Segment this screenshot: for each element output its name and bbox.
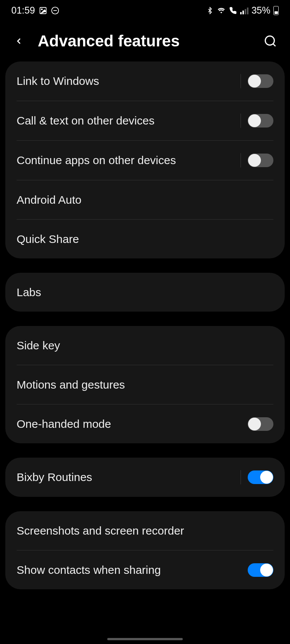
- svg-point-1: [41, 9, 42, 10]
- setting-label: Call & text on other devices: [17, 114, 154, 127]
- settings-section: Side key Motions and gestures One-handed…: [5, 326, 285, 443]
- volte-icon: [229, 7, 237, 14]
- setting-label: Screenshots and screen recorder: [17, 524, 184, 537]
- home-indicator[interactable]: [107, 638, 183, 640]
- picture-icon: [39, 6, 47, 15]
- dnd-icon: [51, 6, 59, 15]
- status-bar: 01:59 35%: [0, 0, 290, 21]
- setting-labs[interactable]: Labs: [5, 273, 285, 312]
- toggle-wrapper: [248, 563, 273, 577]
- setting-side-key[interactable]: Side key: [5, 326, 285, 365]
- toggle-divider: [241, 74, 241, 88]
- setting-label: Motions and gestures: [17, 378, 125, 391]
- setting-label: One-handed mode: [17, 418, 111, 430]
- setting-show-contacts-sharing[interactable]: Show contacts when sharing: [5, 550, 285, 589]
- status-time: 01:59: [11, 5, 35, 16]
- status-left: 01:59: [11, 5, 59, 16]
- battery-icon: [273, 6, 279, 15]
- toggle-call-text-other-devices[interactable]: [248, 114, 273, 128]
- svg-point-4: [265, 36, 274, 45]
- settings-section: Screenshots and screen recorder Show con…: [5, 511, 285, 589]
- setting-android-auto[interactable]: Android Auto: [5, 180, 285, 219]
- settings-section: Link to Windows Call & text on other dev…: [5, 61, 285, 258]
- setting-label: Android Auto: [17, 194, 82, 206]
- search-button[interactable]: [262, 33, 279, 50]
- signal-icon: [240, 7, 248, 14]
- toggle-wrapper: [241, 153, 273, 168]
- toggle-divider: [241, 114, 241, 128]
- search-icon: [264, 34, 277, 48]
- setting-label: Link to Windows: [17, 75, 99, 88]
- setting-continue-apps-other-devices[interactable]: Continue apps on other devices: [5, 141, 285, 180]
- setting-quick-share[interactable]: Quick Share: [5, 220, 285, 258]
- setting-label: Quick Share: [17, 233, 79, 246]
- toggle-link-to-windows[interactable]: [248, 74, 273, 88]
- setting-motions-gestures[interactable]: Motions and gestures: [5, 365, 285, 404]
- back-button[interactable]: [11, 34, 26, 49]
- setting-link-to-windows[interactable]: Link to Windows: [5, 61, 285, 101]
- setting-call-text-other-devices[interactable]: Call & text on other devices: [5, 101, 285, 140]
- battery-percent: 35%: [251, 5, 270, 16]
- chevron-left-icon: [14, 34, 24, 48]
- toggle-show-contacts-sharing[interactable]: [248, 563, 273, 577]
- setting-label: Show contacts when sharing: [17, 564, 161, 576]
- setting-label: Bixby Routines: [17, 471, 92, 484]
- toggle-bixby-routines[interactable]: [248, 470, 273, 484]
- setting-bixby-routines[interactable]: Bixby Routines: [5, 458, 285, 497]
- settings-section: Labs: [5, 273, 285, 312]
- toggle-one-handed-mode[interactable]: [248, 417, 273, 431]
- setting-label: Continue apps on other devices: [17, 154, 176, 167]
- wifi-icon: [217, 7, 226, 14]
- toggle-wrapper: [241, 74, 273, 88]
- toggle-divider: [241, 470, 241, 484]
- setting-label: Side key: [17, 339, 60, 352]
- setting-screenshots-recorder[interactable]: Screenshots and screen recorder: [5, 511, 285, 550]
- toggle-wrapper: [241, 114, 273, 128]
- svg-line-5: [273, 44, 275, 46]
- status-right: 35%: [206, 5, 279, 16]
- settings-content: Link to Windows Call & text on other dev…: [0, 61, 290, 589]
- toggle-divider: [241, 153, 241, 168]
- page-title: Advanced features: [38, 32, 250, 50]
- toggle-continue-apps-other-devices[interactable]: [248, 154, 273, 167]
- setting-label: Labs: [17, 286, 41, 299]
- setting-one-handed-mode[interactable]: One-handed mode: [5, 404, 285, 443]
- toggle-wrapper: [248, 417, 273, 431]
- page-header: Advanced features: [0, 21, 290, 61]
- bluetooth-icon: [206, 7, 214, 14]
- toggle-wrapper: [241, 470, 273, 484]
- settings-section: Bixby Routines: [5, 458, 285, 497]
